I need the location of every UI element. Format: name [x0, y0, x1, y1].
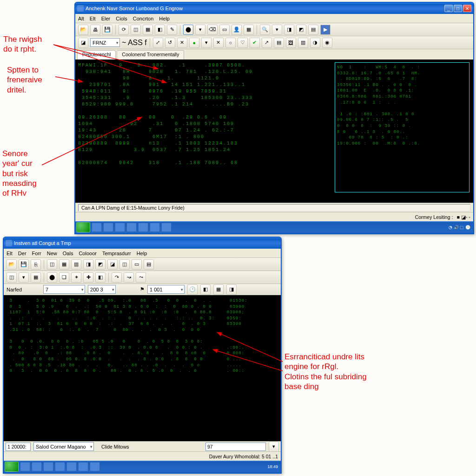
- tool-icon[interactable]: ✕: [213, 38, 224, 48]
- tool-icon[interactable]: ◧: [155, 25, 165, 35]
- menu-elt[interactable]: Elt: [90, 16, 96, 21]
- tool-icon[interactable]: ▾: [272, 25, 282, 35]
- menu-concrton[interactable]: Concrton: [133, 16, 154, 21]
- menu-forr[interactable]: Forr: [32, 251, 41, 256]
- tool-icon[interactable]: ▤: [308, 25, 318, 35]
- refresh-icon[interactable]: ⟳: [119, 25, 129, 35]
- tool-icon[interactable]: ○: [225, 38, 236, 48]
- task-item[interactable]: [43, 462, 53, 471]
- task-item[interactable]: [78, 462, 88, 471]
- tool-icon[interactable]: ◧: [95, 272, 106, 283]
- menu-elt[interactable]: Elt: [7, 251, 13, 256]
- tool-icon[interactable]: ▾: [201, 38, 212, 48]
- tool-icon[interactable]: ▶: [320, 25, 331, 35]
- go-button[interactable]: ▾: [269, 442, 279, 452]
- menu-eler[interactable]: Eler: [101, 16, 111, 21]
- tool-icon[interactable]: ✔: [250, 38, 260, 48]
- combo-b[interactable]: 200 3: [88, 285, 116, 294]
- tool-icon[interactable]: ▦: [59, 259, 69, 270]
- tool-icon[interactable]: ◨: [284, 25, 294, 35]
- window-2-workspace[interactable]: 3 . 3 0 01 8 39 8 0 .5 80. :.0 08 .3 0 0…: [4, 295, 281, 441]
- menu-der[interactable]: Der: [18, 251, 26, 256]
- tool-icon[interactable]: ✚: [83, 272, 93, 283]
- tool-icon[interactable]: ⎘: [31, 259, 41, 270]
- window-1-workspace[interactable]: MFAWI.1F 9 D 082. .1 .3907 0508. 938:941…: [75, 60, 473, 203]
- tool-icon[interactable]: ▦: [143, 25, 153, 35]
- clock-icon[interactable]: 🕑: [187, 284, 198, 295]
- task-item[interactable]: [103, 223, 113, 232]
- menu-colooor[interactable]: Colooor: [79, 251, 97, 256]
- user-icon[interactable]: 👤: [231, 25, 242, 35]
- input-left-value[interactable]: [6, 443, 31, 451]
- tool-icon[interactable]: 🖼: [286, 38, 296, 48]
- tool-icon[interactable]: ◫: [131, 25, 141, 35]
- tool-icon[interactable]: ✎: [167, 25, 177, 35]
- tab-pepolorenchl[interactable]: Pepolorenchl: [77, 50, 116, 60]
- combo-c[interactable]: 1 001: [147, 285, 185, 294]
- system-tray[interactable]: ◔ 🔊 ⬚ 🕒: [449, 225, 472, 230]
- tool-icon[interactable]: ◫: [7, 272, 17, 283]
- tool-icon[interactable]: ●: [189, 38, 199, 48]
- tool-icon[interactable]: ▥: [71, 259, 81, 270]
- tool-icon[interactable]: ✕: [177, 38, 187, 48]
- menu-help[interactable]: Help: [137, 251, 147, 256]
- window-1-titlebar[interactable]: Anchenk Navr Sornor Lunboand G Engrow _ …: [75, 3, 473, 14]
- tool-icon[interactable]: ▥: [298, 38, 308, 48]
- tool-icon[interactable]: ↗: [262, 38, 272, 48]
- tool-icon[interactable]: ▤: [274, 38, 284, 48]
- tool-icon[interactable]: ▦: [213, 284, 224, 295]
- minimize-button[interactable]: _: [444, 5, 453, 12]
- task-item[interactable]: [150, 223, 160, 232]
- menu-oals[interactable]: Oals: [63, 251, 73, 256]
- menu-ciols[interactable]: Ciols: [116, 16, 127, 21]
- tool-icon[interactable]: ◪: [78, 38, 88, 48]
- start-button[interactable]: [5, 462, 19, 472]
- tool-icon[interactable]: ◨: [83, 259, 93, 270]
- save-icon[interactable]: 💾: [19, 259, 29, 270]
- tool-icon[interactable]: ↷: [112, 272, 122, 283]
- tool-icon[interactable]: ❏: [59, 272, 69, 283]
- close-button[interactable]: ✕: [463, 5, 471, 12]
- input-right-value[interactable]: [205, 443, 266, 451]
- tool-icon[interactable]: ▭: [219, 25, 230, 35]
- open-icon[interactable]: 📂: [7, 259, 17, 270]
- task-item[interactable]: [115, 223, 125, 232]
- combo-narfed[interactable]: 7: [43, 285, 85, 294]
- tool-icon[interactable]: ◫: [119, 259, 130, 270]
- menu-alt[interactable]: Alt: [78, 16, 84, 21]
- tool-icon[interactable]: ◪: [107, 259, 118, 270]
- tool-icon[interactable]: ▭: [132, 259, 142, 270]
- maximize-button[interactable]: □: [454, 5, 462, 12]
- system-tray[interactable]: 18:49: [267, 464, 280, 469]
- start-button[interactable]: [76, 222, 90, 232]
- tool-icon[interactable]: ◑: [310, 38, 320, 48]
- tool-icon[interactable]: ⬤: [183, 25, 193, 35]
- task-item[interactable]: [20, 462, 30, 471]
- tool-icon[interactable]: ✶: [71, 272, 81, 283]
- zoom-icon[interactable]: 🔍: [260, 25, 270, 35]
- tool-icon[interactable]: ⤳: [136, 272, 146, 283]
- task-item[interactable]: [32, 462, 42, 471]
- tool-icon[interactable]: ◧: [200, 284, 211, 295]
- tool-icon[interactable]: ◩: [296, 25, 306, 35]
- combo-frnz[interactable]: FRNZ: [90, 38, 120, 47]
- tool-icon[interactable]: ⤢: [153, 38, 163, 48]
- tool-icon[interactable]: ▦: [244, 25, 254, 35]
- tool-icon[interactable]: ▾: [195, 25, 205, 35]
- tool-icon[interactable]: ◩: [95, 259, 106, 270]
- tool-icon[interactable]: ◫: [47, 259, 57, 270]
- combo-salod[interactable]: Salod Corner Magano: [33, 442, 94, 451]
- print-icon[interactable]: 🖶: [90, 25, 100, 35]
- tool-icon[interactable]: ◉: [322, 38, 332, 48]
- task-item[interactable]: [161, 223, 172, 232]
- menu-new[interactable]: New: [47, 251, 57, 256]
- task-item[interactable]: [55, 462, 65, 471]
- tool-icon[interactable]: ↝: [124, 272, 134, 283]
- tool-icon[interactable]: ▦: [31, 272, 41, 283]
- task-item[interactable]: [138, 223, 148, 232]
- eraser-icon[interactable]: ⌫: [207, 25, 218, 35]
- tool-icon[interactable]: ◨: [226, 284, 237, 295]
- tool-icon[interactable]: ▾: [19, 272, 29, 283]
- tool-icon[interactable]: ↺: [165, 38, 175, 48]
- task-item[interactable]: [66, 462, 77, 471]
